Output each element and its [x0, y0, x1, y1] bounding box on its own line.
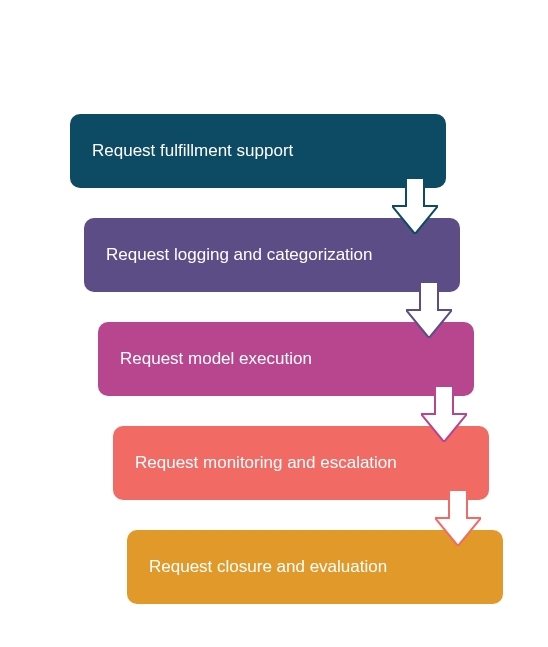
step-label: Request closure and evaluation [149, 557, 387, 577]
step-label: Request monitoring and escalation [135, 453, 397, 473]
step-box: Request monitoring and escalation [113, 426, 489, 500]
step-box: Request model execution [98, 322, 474, 396]
process-flow-diagram: Request fulfillment support Request logg… [0, 0, 548, 647]
step-label: Request fulfillment support [92, 141, 293, 161]
step-box: Request fulfillment support [70, 114, 446, 188]
step-label: Request logging and categorization [106, 245, 373, 265]
step-box: Request closure and evaluation [127, 530, 503, 604]
step-box: Request logging and categorization [84, 218, 460, 292]
step-label: Request model execution [120, 349, 312, 369]
